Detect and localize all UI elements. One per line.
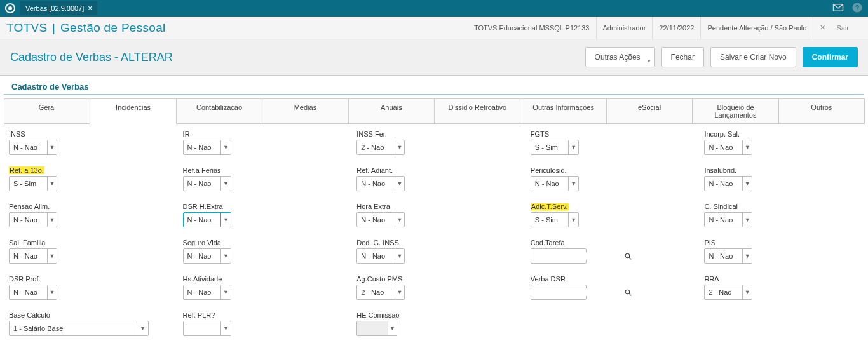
combo-dsr-prof[interactable]: ▼ [9,285,57,300]
chevron-down-icon[interactable]: ▼ [220,177,230,191]
input-sal-fam[interactable] [10,249,47,263]
outras-acoes-button[interactable]: Outras Ações [585,47,655,67]
input-incorp[interactable] [705,140,742,154]
input-seguro[interactable] [184,249,221,263]
chevron-down-icon[interactable]: ▼ [742,213,752,227]
chevron-down-icon[interactable]: ▼ [220,321,230,335]
combo-inss[interactable]: ▼ [9,140,57,155]
combo-inss-fer[interactable]: ▼ [356,140,405,155]
tab-outros[interactable]: Outros [778,98,865,124]
combo-he-com[interactable]: ▼ [356,321,397,336]
input-csind[interactable] [705,213,742,227]
input-base-calc[interactable] [10,321,137,335]
chevron-down-icon[interactable]: ▼ [47,140,57,154]
input-hs-ativ[interactable] [184,285,221,299]
input-ir[interactable] [184,140,221,154]
input-ded-inss[interactable] [357,249,395,263]
chevron-down-icon[interactable]: ▼ [568,177,578,191]
chevron-down-icon[interactable]: ▼ [742,177,752,191]
combo-sal-fam[interactable]: ▼ [9,248,57,264]
chevron-down-icon[interactable]: ▼ [388,321,397,335]
combo-seguro[interactable]: ▼ [183,248,231,264]
combo-ref-adiant[interactable]: ▼ [356,176,405,191]
chevron-down-icon[interactable]: ▼ [47,285,57,299]
lookup-cod-tarefa[interactable] [531,248,587,264]
input-inss[interactable] [10,140,47,154]
chevron-down-icon[interactable]: ▼ [395,285,404,299]
chevron-down-icon[interactable]: ▼ [47,177,57,191]
input-verba-dsr[interactable] [531,288,624,296]
combo-dsr-hextra[interactable]: ▼ [183,212,231,227]
chevron-down-icon[interactable]: ▼ [220,249,230,263]
chevron-down-icon[interactable]: ▼ [395,140,404,154]
chevron-down-icon[interactable]: ▼ [568,140,578,154]
chevron-down-icon[interactable]: ▼ [220,213,230,227]
fechar-button[interactable]: Fechar [661,47,704,67]
chevron-down-icon[interactable]: ▼ [137,321,148,335]
input-pensao[interactable] [10,213,47,227]
close-tab-icon[interactable]: × [88,4,92,13]
combo-pis[interactable]: ▼ [704,248,752,264]
tab-incidencias[interactable]: Incidencias [90,98,176,124]
search-icon[interactable] [624,252,632,260]
chevron-down-icon[interactable]: ▼ [220,285,230,299]
combo-incorp[interactable]: ▼ [704,140,752,155]
tab-dissidio[interactable]: Dissidio Retroativo [434,98,520,124]
lookup-verba-dsr[interactable] [531,285,587,300]
input-ref13[interactable] [10,177,47,191]
chevron-down-icon[interactable]: ▼ [742,140,752,154]
input-cod-tarefa[interactable] [531,252,624,260]
input-fgts[interactable] [531,140,569,154]
chevron-down-icon[interactable]: ▼ [568,213,578,227]
confirmar-button[interactable]: Confirmar [803,47,858,67]
exit-button[interactable]: ✕ Sair [813,17,862,39]
input-ag-custo[interactable] [357,285,395,299]
input-hora-extra[interactable] [357,213,395,227]
input-dsr-prof[interactable] [10,285,47,299]
salvar-criar-novo-button[interactable]: Salvar e Criar Novo [710,47,796,67]
combo-base-calc[interactable]: ▼ [9,321,149,336]
combo-csind[interactable]: ▼ [704,212,752,227]
window-tab[interactable]: Verbas [02.9.0007] × [20,1,97,15]
tab-contabilizacao[interactable]: Contabilizacao [176,98,262,124]
chevron-down-icon[interactable]: ▼ [395,177,404,191]
combo-ir[interactable]: ▼ [183,140,231,155]
chevron-down-icon[interactable]: ▼ [395,249,404,263]
combo-fgts[interactable]: ▼ [531,140,579,155]
input-inss-fer[interactable] [357,140,395,154]
combo-rra[interactable]: ▼ [704,285,752,300]
tab-outras-informacoes[interactable]: Outras Informações [520,98,606,124]
input-pis[interactable] [705,249,742,263]
mail-icon[interactable] [832,2,844,15]
combo-periculosid[interactable]: ▼ [531,176,579,191]
input-rra[interactable] [705,285,742,299]
combo-ref-plr[interactable]: ▼ [183,321,231,336]
chevron-down-icon[interactable]: ▼ [395,213,404,227]
chevron-down-icon[interactable]: ▼ [220,140,230,154]
combo-adic-tserv[interactable]: ▼ [531,212,579,227]
combo-ref13[interactable]: ▼ [9,176,57,191]
input-dsr-hextra[interactable] [184,213,221,227]
input-periculosid[interactable] [531,177,569,191]
input-ref-adiant[interactable] [357,177,395,191]
search-icon[interactable] [624,288,632,297]
chevron-down-icon[interactable]: ▼ [742,249,752,263]
tab-esocial[interactable]: eSocial [606,98,693,124]
tab-medias[interactable]: Medias [262,98,348,124]
input-ref-ferias[interactable] [184,177,221,191]
combo-ag-custo[interactable]: ▼ [356,285,405,300]
combo-hora-extra[interactable]: ▼ [356,212,405,227]
tab-bloqueio[interactable]: Bloqueio de Lançamentos [692,98,778,124]
combo-hs-ativ[interactable]: ▼ [183,285,231,300]
tab-anuais[interactable]: Anuais [348,98,435,124]
chevron-down-icon[interactable]: ▼ [47,249,57,263]
input-adic-tserv[interactable] [531,213,569,227]
help-icon[interactable]: ? [851,2,863,15]
input-ref-plr[interactable] [184,321,221,335]
tab-geral[interactable]: Geral [4,98,90,124]
input-insalubrid[interactable] [705,177,742,191]
combo-ded-inss[interactable]: ▼ [356,248,405,264]
chevron-down-icon[interactable]: ▼ [47,213,57,227]
chevron-down-icon[interactable]: ▼ [742,285,752,299]
combo-insalubrid[interactable]: ▼ [704,176,752,191]
